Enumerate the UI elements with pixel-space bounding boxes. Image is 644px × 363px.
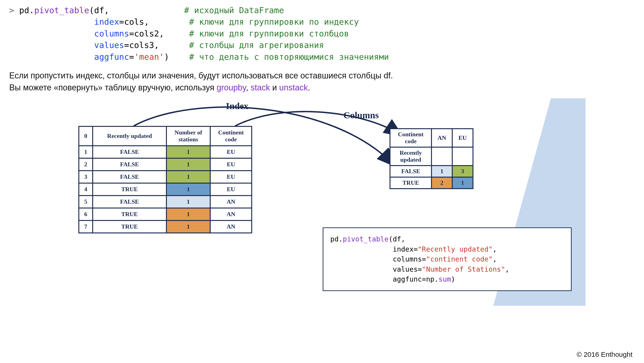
pivot-result-table: Continent code AN EU Recently updated FA… xyxy=(390,128,474,189)
cell-recently-updated: TRUE xyxy=(93,208,166,220)
cell-num-stations: 1 xyxy=(166,220,210,233)
cell-recently-updated: TRUE xyxy=(93,183,166,196)
pivot-cell-an: 2 xyxy=(432,177,452,189)
pivot-cell-eu: 3 xyxy=(452,166,473,177)
pivot-row-label: FALSE xyxy=(390,166,432,177)
pivot-header-recently-updated: Recently updated xyxy=(390,147,432,166)
cell-recently-updated: FALSE xyxy=(93,158,166,171)
cell-num-stations: 1 xyxy=(166,183,210,196)
pivot-header-an: AN xyxy=(432,129,452,147)
pivot-header-eu: EU xyxy=(452,129,473,147)
row-index: 2 xyxy=(79,158,93,171)
cell-continent-code: AN xyxy=(210,208,252,220)
row-index: 5 xyxy=(79,196,93,208)
pivot-cell-an: 1 xyxy=(432,166,452,177)
cell-num-stations: 1 xyxy=(166,146,210,158)
pivot-cell-eu: 1 xyxy=(452,177,473,189)
cell-continent-code: EU xyxy=(210,183,252,196)
row-index: 4 xyxy=(79,183,93,196)
code-snippet: pd.pivot_table(df, index="Recently updat… xyxy=(323,227,572,291)
row-index: 3 xyxy=(79,171,93,183)
row-index: 7 xyxy=(79,220,93,233)
src-header-continent-code: Continent code xyxy=(210,126,252,146)
cell-continent-code: EU xyxy=(210,158,252,171)
cell-continent-code: EU xyxy=(210,171,252,183)
table-row: FALSE13 xyxy=(390,166,473,177)
table-row: 3FALSE1EU xyxy=(79,171,252,183)
table-row: 2FALSE1EU xyxy=(79,158,252,171)
cell-recently-updated: FALSE xyxy=(93,196,166,208)
table-row: TRUE21 xyxy=(390,177,473,189)
table-row: 7TRUE1AN xyxy=(79,220,252,233)
pivot-diagram: Index Columns 0 Recently updated Number … xyxy=(78,98,562,317)
link-groupby[interactable]: groupby xyxy=(217,83,246,92)
source-table: 0 Recently updated Number of stations Co… xyxy=(78,126,252,233)
src-header-num-stations: Number of stations xyxy=(166,126,210,146)
copyright: © 2016 Enthought xyxy=(577,350,632,358)
pivot-row-label: TRUE xyxy=(390,177,432,189)
label-columns: Columns xyxy=(344,110,379,121)
cell-recently-updated: TRUE xyxy=(93,220,166,233)
cell-continent-code: AN xyxy=(210,196,252,208)
cell-num-stations: 1 xyxy=(166,171,210,183)
src-header-recently-updated: Recently updated xyxy=(93,126,166,146)
cell-recently-updated: FALSE xyxy=(93,146,166,158)
row-index: 1 xyxy=(79,146,93,158)
link-unstack[interactable]: unstack xyxy=(279,83,308,92)
cell-num-stations: 1 xyxy=(166,208,210,220)
cell-num-stations: 1 xyxy=(166,158,210,171)
row-index: 6 xyxy=(79,208,93,220)
src-header-index: 0 xyxy=(79,126,93,146)
cell-num-stations: 1 xyxy=(166,196,210,208)
description-text: Если пропустить индекс, столбцы или знач… xyxy=(9,70,470,94)
table-row: 1FALSE1EU xyxy=(79,146,252,158)
table-row: 4TRUE1EU xyxy=(79,183,252,196)
table-row: 5FALSE1AN xyxy=(79,196,252,208)
cell-continent-code: AN xyxy=(210,220,252,233)
link-stack[interactable]: stack xyxy=(250,83,270,92)
pivot-header-continent-code: Continent code xyxy=(390,129,432,147)
cell-continent-code: EU xyxy=(210,146,252,158)
code-prototype: > pd.pivot_table(df, # исходный DataFram… xyxy=(9,5,635,63)
label-index: Index xyxy=(226,101,248,111)
cell-recently-updated: FALSE xyxy=(93,171,166,183)
table-row: 6TRUE1AN xyxy=(79,208,252,220)
